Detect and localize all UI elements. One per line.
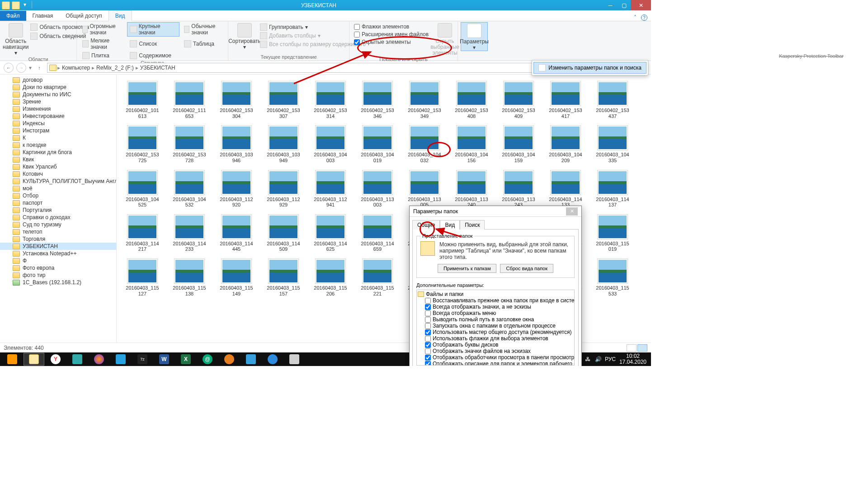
adv-option[interactable]: Отображать значки файлов на эскизах — [418, 348, 573, 354]
file-item[interactable]: 20160403_114133 — [548, 170, 583, 208]
sort-button[interactable]: Сортировать ▾ — [231, 22, 258, 50]
breadcrumb-folder[interactable]: УЗБЕКИСТАН — [139, 65, 176, 71]
tree-folder-item[interactable]: Фото европа — [0, 264, 116, 272]
file-item[interactable]: 20160403_104003 — [313, 125, 348, 163]
up-button[interactable]: ↑ — [34, 63, 44, 73]
layout-tiles[interactable]: Плитка — [80, 51, 125, 60]
dialog-tab-view[interactable]: Вид — [440, 220, 460, 230]
tree-folder-item[interactable]: Квик Уралсиб — [0, 163, 116, 170]
tab-view[interactable]: Вид — [108, 10, 132, 21]
checkbox[interactable] — [425, 336, 431, 342]
layout-content[interactable]: Содержимое — [127, 51, 179, 60]
minimize-button[interactable]: ─ — [604, 0, 617, 10]
tree-folder-item[interactable]: договор — [0, 76, 116, 84]
file-item[interactable]: 20160403_115138 — [172, 258, 207, 296]
tree-folder-item[interactable]: Ф — [0, 257, 116, 264]
navigation-tree[interactable]: договорДоки по квартиреДокументы по ИИСЗ… — [0, 75, 117, 343]
file-item[interactable]: 20160403_115127 — [125, 258, 160, 296]
checkbox[interactable] — [354, 32, 360, 38]
navigation-pane-button[interactable]: Область навигации ▾ — [3, 22, 28, 56]
adv-option[interactable]: Использовать флажки для выбора элементов — [418, 335, 573, 342]
layout-list[interactable]: Список — [127, 37, 179, 51]
hidden-items-toggle[interactable]: Скрытые элементы — [352, 38, 430, 46]
file-item[interactable]: 20160402_153408 — [454, 81, 489, 119]
taskbar-app[interactable] — [2, 353, 23, 366]
thumbnails-view-button[interactable] — [637, 344, 647, 352]
tree-folder-item[interactable]: моё — [0, 185, 116, 192]
qat-overflow[interactable]: ▾ — [22, 1, 28, 9]
checkbox[interactable] — [425, 348, 431, 354]
file-item[interactable]: 20160403_115157 — [266, 258, 301, 296]
adv-option[interactable]: Отображать обработчики просмотра в панел… — [418, 354, 573, 361]
file-tab[interactable]: Файл — [0, 11, 26, 21]
tree-folder-item[interactable]: паспорт — [0, 199, 116, 206]
file-item[interactable]: 20160402_153304 — [219, 81, 254, 119]
tree-folder-item[interactable]: телетоп — [0, 228, 116, 235]
qat-icon[interactable] — [12, 1, 20, 9]
adv-option[interactable]: Запускать окна с папками в отдельном про… — [418, 323, 573, 329]
options-button[interactable]: Параметры ▾ — [461, 22, 488, 51]
file-item[interactable]: 20160403_114509 — [266, 214, 301, 252]
breadcrumb[interactable]: ▸ Компьютер ▸ ReMix_2_2 (F:) ▸ УЗБЕКИСТА… — [47, 63, 564, 73]
tree-folder-item[interactable]: Доки по квартире — [0, 84, 116, 91]
file-item[interactable]: 20160402_153409 — [501, 81, 536, 119]
tree-folder-item[interactable]: Котович — [0, 170, 116, 178]
ribbon-collapse-icon[interactable]: ˄ — [634, 14, 637, 21]
file-item[interactable]: 20160403_114445 — [219, 214, 254, 252]
taskbar-app[interactable]: @ — [197, 353, 218, 366]
details-view-button[interactable] — [627, 344, 637, 352]
adv-option[interactable]: Всегда отображать значки, а не эскизы — [418, 304, 573, 310]
file-item[interactable]: 20160403_104209 — [548, 125, 583, 163]
adv-option[interactable]: Восстанавливать прежние окна папок при в… — [418, 297, 573, 304]
file-item[interactable]: 20160403_103946 — [219, 125, 254, 163]
item-checkboxes-toggle[interactable]: Флажки элементов — [352, 23, 430, 30]
tree-folder-item[interactable]: Португалия — [0, 206, 116, 214]
file-item[interactable]: 20160403_104532 — [172, 170, 207, 208]
file-item[interactable]: 20160403_114233 — [172, 214, 207, 252]
file-item[interactable]: 20160402_153725 — [125, 125, 160, 163]
tree-folder-item[interactable]: Суд по туризму — [0, 221, 116, 228]
tab-share[interactable]: Общий доступ — [59, 11, 108, 21]
tree-folder-item[interactable]: Торговля — [0, 235, 116, 243]
taskbar-7zip[interactable]: 7z — [132, 353, 153, 366]
qat-icon[interactable] — [2, 1, 10, 9]
checkbox[interactable] — [354, 24, 360, 30]
taskbar-firefox[interactable] — [89, 353, 109, 366]
file-item[interactable]: 20160403_115149 — [219, 258, 254, 296]
file-item[interactable]: 20160403_112941 — [313, 170, 348, 208]
tree-folder-item[interactable]: Изменения — [0, 105, 116, 113]
file-item[interactable]: 20160403_113003 — [360, 170, 395, 208]
tree-folder-item[interactable]: Документы по ИИС — [0, 91, 116, 98]
hide-selected-button[interactable]: Скрыть выбранные элементы — [430, 22, 459, 56]
file-item[interactable]: 20160403_112929 — [266, 170, 301, 208]
layout-extra-large[interactable]: Огромные значки — [80, 22, 125, 37]
file-item[interactable]: 20160403_113243 — [501, 170, 536, 208]
tree-folder-item[interactable]: К — [0, 134, 116, 141]
help-icon[interactable]: ? — [641, 14, 647, 21]
layout-small[interactable]: Мелкие значки — [80, 37, 125, 51]
taskbar-thunderbird[interactable] — [262, 353, 283, 366]
checkbox[interactable] — [425, 317, 431, 323]
tray-volume-icon[interactable]: 🔊 — [595, 356, 601, 362]
checkbox[interactable] — [425, 361, 431, 366]
file-item[interactable]: 20160403_115206 — [313, 258, 348, 296]
tree-folder-item[interactable]: УЗБЕКИСТАН — [0, 243, 116, 250]
change-folder-options-item[interactable]: Изменить параметры папок и поиска — [533, 62, 646, 74]
tree-folder-item[interactable]: Отбор — [0, 192, 116, 199]
file-item[interactable]: 20160403_114137 — [595, 170, 630, 208]
file-item[interactable]: 20160403_104019 — [360, 125, 395, 163]
file-item[interactable]: 20160403_104335 — [595, 125, 630, 163]
file-item[interactable]: 20160402_153728 — [172, 125, 207, 163]
file-item[interactable]: 20160402_101613 — [125, 81, 160, 119]
tree-network-item[interactable]: 1C_Bases (192.168.1.2) — [0, 279, 116, 286]
taskbar-excel[interactable]: X — [175, 353, 196, 366]
tree-folder-item[interactable]: к поездке — [0, 141, 116, 149]
file-item[interactable]: 20160403_114625 — [313, 214, 348, 252]
file-item[interactable]: 20160403_113240 — [454, 170, 489, 208]
layout-table[interactable]: Таблица — [181, 37, 225, 51]
file-item[interactable]: 20160403_104159 — [501, 125, 536, 163]
file-item[interactable]: 20160402_111653 — [172, 81, 207, 119]
tree-folder-item[interactable]: Справки о доходах — [0, 214, 116, 221]
adv-option[interactable]: Выводить полный путь в заголовке окна — [418, 316, 573, 323]
tree-folder-item[interactable]: Установка Notepad++ — [0, 250, 116, 257]
